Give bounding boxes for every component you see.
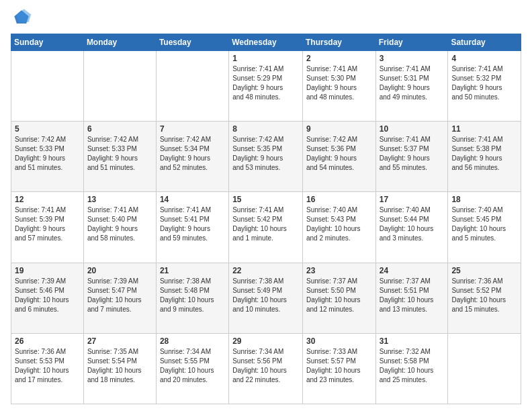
day-cell: 17Sunrise: 7:40 AM Sunset: 5:44 PM Dayli…: [375, 192, 448, 263]
day-number: 16: [306, 195, 372, 204]
day-number: 2: [306, 54, 372, 63]
day-cell: 19Sunrise: 7:39 AM Sunset: 5:46 PM Dayli…: [11, 263, 84, 333]
day-info: Sunrise: 7:39 AM Sunset: 5:46 PM Dayligh…: [15, 277, 80, 314]
weekday-header-tuesday: Tuesday: [156, 34, 228, 51]
day-info: Sunrise: 7:42 AM Sunset: 5:33 PM Dayligh…: [87, 135, 152, 173]
day-number: 14: [160, 195, 225, 204]
day-number: 19: [15, 266, 80, 275]
day-cell: 30Sunrise: 7:33 AM Sunset: 5:57 PM Dayli…: [302, 333, 375, 404]
day-cell: 27Sunrise: 7:35 AM Sunset: 5:54 PM Dayli…: [83, 333, 156, 404]
day-info: Sunrise: 7:41 AM Sunset: 5:30 PM Dayligh…: [306, 64, 372, 102]
day-number: 1: [232, 54, 299, 63]
svg-marker-1: [17, 9, 31, 23]
day-number: 6: [87, 124, 152, 134]
day-info: Sunrise: 7:36 AM Sunset: 5:53 PM Dayligh…: [15, 347, 80, 385]
logo-icon: [11, 7, 32, 28]
day-info: Sunrise: 7:36 AM Sunset: 5:52 PM Dayligh…: [451, 277, 517, 314]
day-info: Sunrise: 7:37 AM Sunset: 5:50 PM Dayligh…: [306, 277, 372, 314]
day-cell: [83, 51, 156, 122]
day-number: 22: [232, 266, 299, 275]
header: [11, 7, 521, 28]
weekday-header-row: SundayMondayTuesdayWednesdayThursdayFrid…: [11, 34, 521, 51]
weekday-header-friday: Friday: [375, 34, 448, 51]
day-info: Sunrise: 7:42 AM Sunset: 5:36 PM Dayligh…: [306, 135, 372, 173]
day-info: Sunrise: 7:41 AM Sunset: 5:37 PM Dayligh…: [380, 135, 445, 173]
day-number: 23: [306, 266, 372, 275]
day-cell: 31Sunrise: 7:32 AM Sunset: 5:58 PM Dayli…: [375, 333, 448, 404]
day-number: 17: [380, 195, 445, 204]
week-row-4: 26Sunrise: 7:36 AM Sunset: 5:53 PM Dayli…: [11, 333, 521, 404]
day-info: Sunrise: 7:41 AM Sunset: 5:41 PM Dayligh…: [160, 205, 225, 243]
day-info: Sunrise: 7:40 AM Sunset: 5:43 PM Dayligh…: [306, 205, 372, 243]
day-info: Sunrise: 7:40 AM Sunset: 5:45 PM Dayligh…: [451, 205, 517, 243]
week-row-1: 5Sunrise: 7:42 AM Sunset: 5:33 PM Daylig…: [11, 122, 521, 192]
day-number: 5: [15, 124, 80, 134]
day-number: 7: [160, 124, 225, 134]
week-row-0: 1Sunrise: 7:41 AM Sunset: 5:29 PM Daylig…: [11, 51, 521, 122]
day-info: Sunrise: 7:38 AM Sunset: 5:49 PM Dayligh…: [232, 277, 299, 314]
day-cell: 13Sunrise: 7:41 AM Sunset: 5:40 PM Dayli…: [83, 192, 156, 263]
day-info: Sunrise: 7:41 AM Sunset: 5:31 PM Dayligh…: [380, 64, 445, 102]
day-cell: 14Sunrise: 7:41 AM Sunset: 5:41 PM Dayli…: [156, 192, 228, 263]
day-cell: 2Sunrise: 7:41 AM Sunset: 5:30 PM Daylig…: [302, 51, 375, 122]
day-number: 27: [87, 336, 152, 346]
day-cell: 1Sunrise: 7:41 AM Sunset: 5:29 PM Daylig…: [229, 51, 303, 122]
day-info: Sunrise: 7:38 AM Sunset: 5:48 PM Dayligh…: [160, 277, 225, 314]
day-number: 13: [87, 195, 152, 204]
day-number: 29: [232, 336, 299, 346]
day-number: 31: [380, 336, 445, 346]
logo: [11, 7, 35, 28]
day-info: Sunrise: 7:41 AM Sunset: 5:39 PM Dayligh…: [15, 205, 80, 243]
weekday-header-wednesday: Wednesday: [229, 34, 303, 51]
day-number: 8: [232, 124, 299, 134]
day-info: Sunrise: 7:39 AM Sunset: 5:47 PM Dayligh…: [87, 277, 152, 314]
day-cell: 11Sunrise: 7:41 AM Sunset: 5:38 PM Dayli…: [448, 122, 521, 192]
day-number: 15: [232, 195, 299, 204]
day-cell: 16Sunrise: 7:40 AM Sunset: 5:43 PM Dayli…: [302, 192, 375, 263]
day-info: Sunrise: 7:42 AM Sunset: 5:33 PM Dayligh…: [15, 135, 80, 173]
day-cell: 25Sunrise: 7:36 AM Sunset: 5:52 PM Dayli…: [448, 263, 521, 333]
page: SundayMondayTuesdayWednesdayThursdayFrid…: [0, 0, 532, 411]
week-row-2: 12Sunrise: 7:41 AM Sunset: 5:39 PM Dayli…: [11, 192, 521, 263]
day-cell: 10Sunrise: 7:41 AM Sunset: 5:37 PM Dayli…: [375, 122, 448, 192]
day-info: Sunrise: 7:41 AM Sunset: 5:42 PM Dayligh…: [232, 205, 299, 243]
day-cell: [448, 333, 521, 404]
day-cell: 15Sunrise: 7:41 AM Sunset: 5:42 PM Dayli…: [229, 192, 303, 263]
day-info: Sunrise: 7:41 AM Sunset: 5:32 PM Dayligh…: [451, 64, 517, 102]
day-cell: 12Sunrise: 7:41 AM Sunset: 5:39 PM Dayli…: [11, 192, 84, 263]
day-cell: 24Sunrise: 7:37 AM Sunset: 5:51 PM Dayli…: [375, 263, 448, 333]
day-cell: [156, 51, 228, 122]
day-info: Sunrise: 7:33 AM Sunset: 5:57 PM Dayligh…: [306, 347, 372, 385]
day-info: Sunrise: 7:34 AM Sunset: 5:56 PM Dayligh…: [232, 347, 299, 385]
day-number: 3: [380, 54, 445, 63]
day-number: 28: [160, 336, 225, 346]
day-cell: 6Sunrise: 7:42 AM Sunset: 5:33 PM Daylig…: [83, 122, 156, 192]
day-cell: 9Sunrise: 7:42 AM Sunset: 5:36 PM Daylig…: [302, 122, 375, 192]
day-number: 30: [306, 336, 372, 346]
day-cell: 8Sunrise: 7:42 AM Sunset: 5:35 PM Daylig…: [229, 122, 303, 192]
day-number: 9: [306, 124, 372, 134]
day-cell: 3Sunrise: 7:41 AM Sunset: 5:31 PM Daylig…: [375, 51, 448, 122]
day-cell: 28Sunrise: 7:34 AM Sunset: 5:55 PM Dayli…: [156, 333, 228, 404]
day-cell: 21Sunrise: 7:38 AM Sunset: 5:48 PM Dayli…: [156, 263, 228, 333]
day-number: 4: [451, 54, 517, 63]
day-number: 25: [451, 266, 517, 275]
calendar: SundayMondayTuesdayWednesdayThursdayFrid…: [11, 34, 521, 404]
day-cell: 26Sunrise: 7:36 AM Sunset: 5:53 PM Dayli…: [11, 333, 84, 404]
day-cell: 23Sunrise: 7:37 AM Sunset: 5:50 PM Dayli…: [302, 263, 375, 333]
day-info: Sunrise: 7:34 AM Sunset: 5:55 PM Dayligh…: [160, 347, 225, 385]
day-number: 18: [451, 195, 517, 204]
day-info: Sunrise: 7:37 AM Sunset: 5:51 PM Dayligh…: [380, 277, 445, 314]
week-row-3: 19Sunrise: 7:39 AM Sunset: 5:46 PM Dayli…: [11, 263, 521, 333]
day-cell: 5Sunrise: 7:42 AM Sunset: 5:33 PM Daylig…: [11, 122, 84, 192]
day-info: Sunrise: 7:35 AM Sunset: 5:54 PM Dayligh…: [87, 347, 152, 385]
weekday-header-monday: Monday: [83, 34, 156, 51]
day-cell: 4Sunrise: 7:41 AM Sunset: 5:32 PM Daylig…: [448, 51, 521, 122]
day-number: 12: [15, 195, 80, 204]
day-cell: 7Sunrise: 7:42 AM Sunset: 5:34 PM Daylig…: [156, 122, 228, 192]
weekday-header-thursday: Thursday: [302, 34, 375, 51]
day-number: 11: [451, 124, 517, 134]
day-info: Sunrise: 7:41 AM Sunset: 5:38 PM Dayligh…: [451, 135, 517, 173]
day-cell: 18Sunrise: 7:40 AM Sunset: 5:45 PM Dayli…: [448, 192, 521, 263]
day-info: Sunrise: 7:41 AM Sunset: 5:40 PM Dayligh…: [87, 205, 152, 243]
